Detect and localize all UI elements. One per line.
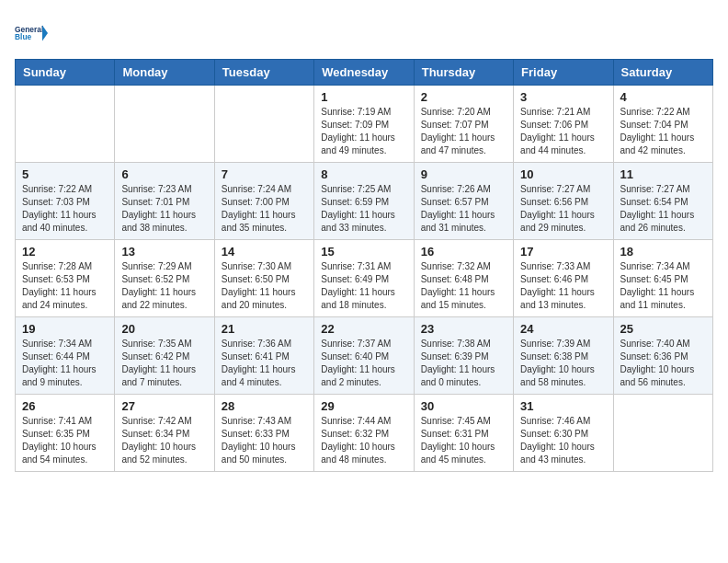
day-number: 22 [321,322,406,336]
day-info: Sunrise: 7:22 AM Sunset: 7:04 PM Dayligh… [620,106,706,157]
day-info: Sunrise: 7:34 AM Sunset: 6:45 PM Dayligh… [620,260,706,312]
calendar-cell: 10Sunrise: 7:27 AM Sunset: 6:56 PM Dayli… [514,163,613,240]
calendar-cell: 13Sunrise: 7:29 AM Sunset: 6:52 PM Dayli… [115,240,214,317]
logo: General Blue [15,15,88,52]
day-info: Sunrise: 7:28 AM Sunset: 6:53 PM Dayligh… [22,260,108,312]
calendar-week-row: 5Sunrise: 7:22 AM Sunset: 7:03 PM Daylig… [16,163,713,240]
day-info: Sunrise: 7:34 AM Sunset: 6:44 PM Dayligh… [22,338,108,389]
page-header: General Blue [15,15,713,52]
calendar-cell [115,86,214,163]
calendar-week-row: 12Sunrise: 7:28 AM Sunset: 6:53 PM Dayli… [16,240,713,317]
svg-text:Blue: Blue [15,32,32,41]
day-info: Sunrise: 7:23 AM Sunset: 7:01 PM Dayligh… [121,183,207,235]
calendar-cell: 6Sunrise: 7:23 AM Sunset: 7:01 PM Daylig… [115,163,214,240]
day-number: 6 [121,167,207,181]
day-info: Sunrise: 7:37 AM Sunset: 6:40 PM Dayligh… [321,338,406,389]
day-number: 9 [421,167,506,181]
calendar-cell: 29Sunrise: 7:44 AM Sunset: 6:32 PM Dayli… [314,395,414,472]
day-info: Sunrise: 7:41 AM Sunset: 6:35 PM Dayligh… [22,415,108,466]
day-info: Sunrise: 7:43 AM Sunset: 6:33 PM Dayligh… [222,415,307,466]
calendar-cell: 4Sunrise: 7:22 AM Sunset: 7:04 PM Daylig… [613,86,712,163]
day-info: Sunrise: 7:25 AM Sunset: 6:59 PM Dayligh… [321,183,406,235]
calendar-cell: 7Sunrise: 7:24 AM Sunset: 7:00 PM Daylig… [214,163,313,240]
day-info: Sunrise: 7:32 AM Sunset: 6:48 PM Dayligh… [421,260,506,312]
calendar-cell: 19Sunrise: 7:34 AM Sunset: 6:44 PM Dayli… [16,317,115,395]
day-number: 12 [22,245,108,259]
day-number: 25 [620,322,706,336]
calendar-week-row: 26Sunrise: 7:41 AM Sunset: 6:35 PM Dayli… [16,395,713,472]
weekday-header-monday: Monday [115,60,214,86]
day-number: 31 [520,399,606,413]
day-info: Sunrise: 7:40 AM Sunset: 6:36 PM Dayligh… [620,338,706,389]
calendar-cell: 17Sunrise: 7:33 AM Sunset: 6:46 PM Dayli… [514,240,613,317]
weekday-header-thursday: Thursday [414,60,513,86]
day-number: 3 [520,90,606,104]
day-number: 27 [121,399,207,413]
weekday-header-tuesday: Tuesday [214,60,313,86]
day-number: 4 [620,90,706,104]
day-number: 20 [121,322,207,336]
day-number: 28 [222,399,307,413]
day-number: 17 [520,245,606,259]
calendar-cell: 14Sunrise: 7:30 AM Sunset: 6:50 PM Dayli… [214,240,313,317]
day-number: 5 [22,167,108,181]
day-number: 30 [421,399,506,413]
day-number: 19 [22,322,108,336]
calendar-cell: 26Sunrise: 7:41 AM Sunset: 6:35 PM Dayli… [16,395,115,472]
weekday-header-saturday: Saturday [613,60,712,86]
calendar-cell: 8Sunrise: 7:25 AM Sunset: 6:59 PM Daylig… [314,163,414,240]
day-number: 15 [321,245,406,259]
day-info: Sunrise: 7:45 AM Sunset: 6:31 PM Dayligh… [421,415,506,466]
day-info: Sunrise: 7:42 AM Sunset: 6:34 PM Dayligh… [121,415,207,466]
calendar-cell: 11Sunrise: 7:27 AM Sunset: 6:54 PM Dayli… [613,163,712,240]
day-number: 13 [121,245,207,259]
day-number: 8 [321,167,406,181]
day-info: Sunrise: 7:44 AM Sunset: 6:32 PM Dayligh… [321,415,406,466]
day-info: Sunrise: 7:20 AM Sunset: 7:07 PM Dayligh… [421,106,506,157]
day-info: Sunrise: 7:27 AM Sunset: 6:56 PM Dayligh… [520,183,606,235]
day-info: Sunrise: 7:36 AM Sunset: 6:41 PM Dayligh… [222,338,307,389]
calendar-cell: 24Sunrise: 7:39 AM Sunset: 6:38 PM Dayli… [514,317,613,395]
calendar-cell [16,86,115,163]
day-info: Sunrise: 7:31 AM Sunset: 6:49 PM Dayligh… [321,260,406,312]
day-number: 18 [620,245,706,259]
calendar-cell: 30Sunrise: 7:45 AM Sunset: 6:31 PM Dayli… [414,395,513,472]
calendar-cell: 1Sunrise: 7:19 AM Sunset: 7:09 PM Daylig… [314,86,414,163]
day-info: Sunrise: 7:26 AM Sunset: 6:57 PM Dayligh… [421,183,506,235]
day-number: 29 [321,399,406,413]
calendar-cell: 25Sunrise: 7:40 AM Sunset: 6:36 PM Dayli… [613,317,712,395]
logo-svg: General Blue [15,17,48,50]
day-number: 1 [321,90,406,104]
day-info: Sunrise: 7:30 AM Sunset: 6:50 PM Dayligh… [222,260,307,312]
calendar-week-row: 19Sunrise: 7:34 AM Sunset: 6:44 PM Dayli… [16,317,713,395]
calendar-table: SundayMondayTuesdayWednesdayThursdayFrid… [15,59,713,472]
calendar-cell: 21Sunrise: 7:36 AM Sunset: 6:41 PM Dayli… [214,317,313,395]
calendar-cell: 28Sunrise: 7:43 AM Sunset: 6:33 PM Dayli… [214,395,313,472]
calendar-cell: 20Sunrise: 7:35 AM Sunset: 6:42 PM Dayli… [115,317,214,395]
calendar-week-row: 1Sunrise: 7:19 AM Sunset: 7:09 PM Daylig… [16,86,713,163]
calendar-cell: 9Sunrise: 7:26 AM Sunset: 6:57 PM Daylig… [414,163,513,240]
day-info: Sunrise: 7:38 AM Sunset: 6:39 PM Dayligh… [421,338,506,389]
day-info: Sunrise: 7:21 AM Sunset: 7:06 PM Dayligh… [520,106,606,157]
weekday-header-friday: Friday [514,60,613,86]
calendar-cell: 23Sunrise: 7:38 AM Sunset: 6:39 PM Dayli… [414,317,513,395]
svg-marker-2 [42,26,48,41]
calendar-cell: 16Sunrise: 7:32 AM Sunset: 6:48 PM Dayli… [414,240,513,317]
calendar-cell: 5Sunrise: 7:22 AM Sunset: 7:03 PM Daylig… [16,163,115,240]
calendar-cell: 18Sunrise: 7:34 AM Sunset: 6:45 PM Dayli… [613,240,712,317]
day-number: 21 [222,322,307,336]
day-number: 14 [222,245,307,259]
weekday-header-row: SundayMondayTuesdayWednesdayThursdayFrid… [16,60,713,86]
calendar-cell: 2Sunrise: 7:20 AM Sunset: 7:07 PM Daylig… [414,86,513,163]
weekday-header-sunday: Sunday [16,60,115,86]
day-number: 10 [520,167,606,181]
calendar-cell: 15Sunrise: 7:31 AM Sunset: 6:49 PM Dayli… [314,240,414,317]
calendar-cell [214,86,313,163]
day-number: 24 [520,322,606,336]
day-info: Sunrise: 7:22 AM Sunset: 7:03 PM Dayligh… [22,183,108,235]
day-info: Sunrise: 7:27 AM Sunset: 6:54 PM Dayligh… [620,183,706,235]
day-number: 16 [421,245,506,259]
day-number: 26 [22,399,108,413]
calendar-cell: 12Sunrise: 7:28 AM Sunset: 6:53 PM Dayli… [16,240,115,317]
calendar-cell: 22Sunrise: 7:37 AM Sunset: 6:40 PM Dayli… [314,317,414,395]
